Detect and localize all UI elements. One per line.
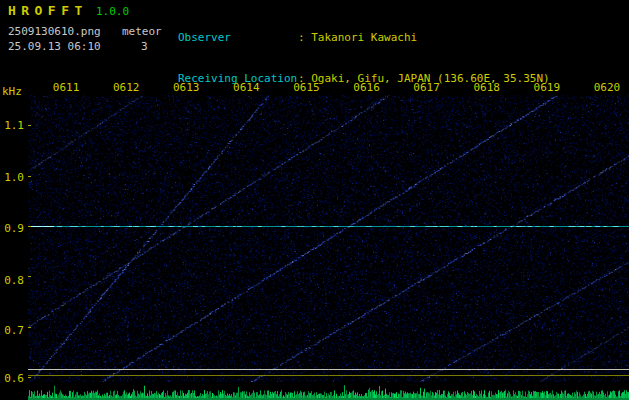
observation-datetime: 25.09.13 06:10 xyxy=(8,40,101,53)
time-tick-0611: 0611 xyxy=(36,81,96,94)
meteor-mode-label: meteor xyxy=(122,25,162,38)
freq-tick-1_1: 1.1 xyxy=(0,119,24,132)
time-tick-0612: 0612 xyxy=(96,81,156,94)
freq-tick-0_9: 0.9 xyxy=(0,222,24,235)
time-tick-0619: 0619 xyxy=(517,81,577,94)
freq-tick-1_0: 1.0 xyxy=(0,171,24,184)
meteor-count: 3 xyxy=(141,40,148,53)
time-tick-0620: 0620 xyxy=(577,81,629,94)
signal-strength-strip xyxy=(28,383,629,400)
info-label-observer: Observer xyxy=(178,31,298,45)
time-tick-0617: 0617 xyxy=(397,81,457,94)
hrofft-output: HROFFT 1.0.0 2509130610.png meteor 25.09… xyxy=(0,0,629,400)
time-axis: 0611 0612 0613 0614 0615 0616 0617 0618 … xyxy=(36,81,629,94)
output-filename: 2509130610.png xyxy=(8,25,101,38)
freq-tick-0_7: 0.7 xyxy=(0,324,24,337)
time-tick-0615: 0615 xyxy=(276,81,336,94)
info-value-observer: : Takanori Kawachi xyxy=(298,31,417,44)
info-row-observer: Observer: Takanori Kawachi xyxy=(178,31,550,45)
time-tick-0618: 0618 xyxy=(457,81,517,94)
time-tick-0616: 0616 xyxy=(336,81,396,94)
freq-axis-unit: kHz xyxy=(2,85,22,98)
time-tick-0614: 0614 xyxy=(216,81,276,94)
time-tick-0613: 0613 xyxy=(156,81,216,94)
freq-tick-0_6: 0.6 xyxy=(0,372,24,385)
app-version: 1.0.0 xyxy=(96,5,129,18)
spectrogram-canvas xyxy=(28,95,629,382)
app-title: HROFFT xyxy=(8,3,88,18)
freq-tick-0_8: 0.8 xyxy=(0,274,24,287)
